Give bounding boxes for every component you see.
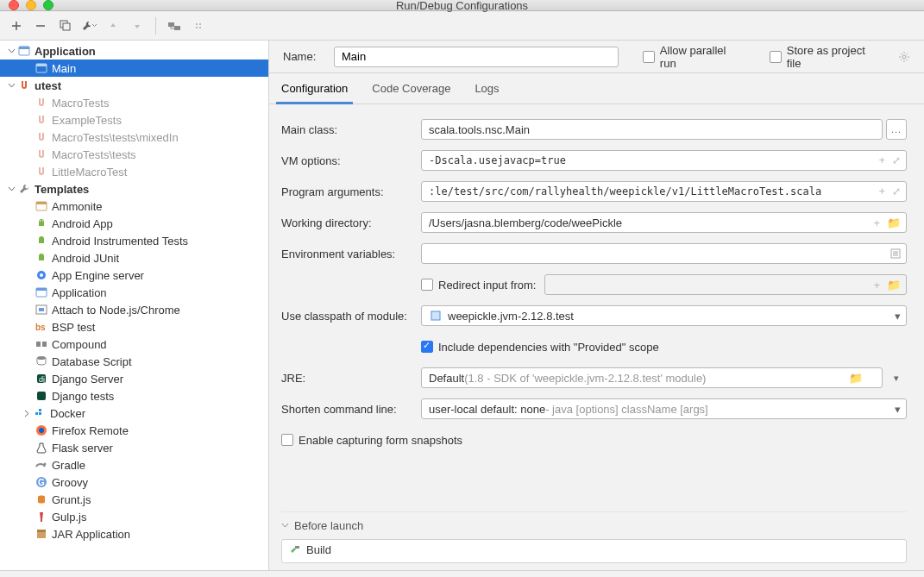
tree-item[interactable]: JAR Application (0, 525, 268, 543)
tab-code-coverage[interactable]: Code Coverage (372, 73, 450, 103)
include-deps-checkbox[interactable]: Include dependencies with "Provided" sco… (421, 341, 659, 354)
folder-icon[interactable]: 📁 (887, 216, 901, 229)
template-icon (35, 251, 48, 265)
add-icon[interactable]: + (879, 154, 885, 166)
before-launch-title: Before launch (294, 519, 363, 532)
tree-item[interactable]: Application (0, 284, 268, 301)
copy-icon[interactable] (57, 18, 72, 34)
down-icon[interactable] (129, 18, 145, 34)
tab-logs[interactable]: Logs (475, 73, 499, 103)
tree-item[interactable]: Grunt.js (0, 491, 268, 508)
tree-item[interactable]: djDjango Server (0, 370, 268, 387)
svg-rect-32 (41, 519, 42, 522)
jre-select[interactable]: Default (1.8 - SDK of 'weepickle.jvm-2.1… (421, 367, 883, 388)
expand-icon[interactable]: ⤢ (892, 185, 901, 198)
add-icon[interactable]: + (873, 216, 880, 229)
svg-point-29 (44, 463, 47, 466)
tree-item[interactable]: GGroovy (0, 474, 268, 491)
remove-icon[interactable] (33, 18, 48, 34)
template-icon (35, 389, 48, 403)
vm-options-input[interactable]: -Dscala.usejavacp=true +⤢ (421, 150, 907, 171)
classpath-select[interactable]: weepickle.jvm-2.12.8.test ▾ (421, 305, 907, 326)
svg-point-20 (37, 356, 46, 360)
tree-item[interactable]: Android Instrumented Tests (0, 232, 268, 249)
env-vars-label: Environment variables: (281, 248, 421, 260)
window-maximize-button[interactable] (43, 0, 53, 10)
template-icon (35, 354, 48, 368)
before-launch-list[interactable]: Build (281, 539, 907, 563)
add-icon[interactable]: + (879, 185, 885, 198)
tree-item[interactable]: Android JUnit (0, 249, 268, 267)
allow-parallel-checkbox[interactable]: Allow parallel run (643, 44, 745, 70)
tree-item-main[interactable]: Main (0, 60, 268, 77)
svg-rect-34 (37, 530, 46, 532)
before-launch-item[interactable]: Build (282, 540, 906, 560)
expand-icon[interactable]: ⤢ (892, 154, 901, 166)
store-project-checkbox[interactable]: Store as project file (770, 44, 883, 70)
svg-rect-26 (39, 409, 41, 411)
tree-item[interactable]: Docker (0, 405, 268, 422)
gear-icon[interactable] (898, 51, 910, 63)
tree-item[interactable]: Android App (0, 215, 268, 232)
tree-item[interactable]: Database Script (0, 353, 268, 370)
tab-configuration[interactable]: Configuration (281, 73, 348, 103)
tree-item[interactable]: Django tests (0, 387, 268, 405)
up-icon[interactable] (105, 18, 121, 34)
application-icon (35, 61, 48, 75)
svg-rect-33 (37, 531, 46, 538)
wrench-icon[interactable] (81, 18, 97, 34)
svg-rect-5 (19, 47, 29, 49)
configurations-tree[interactable]: Application Main utest MacroTestsExample… (0, 41, 269, 570)
tree-group-templates[interactable]: Templates (0, 180, 268, 198)
tree-item[interactable]: Attach to Node.js/Chrome (0, 301, 268, 318)
tree-item[interactable]: Firefox Remote (0, 422, 268, 439)
shorten-select[interactable]: user-local default: none - java [options… (421, 398, 907, 419)
svg-rect-1 (63, 23, 70, 30)
folder-icon[interactable]: 📁 (849, 372, 863, 385)
template-icon: G (35, 475, 48, 489)
dialog-footer: ? Cancel Apply OK (0, 570, 924, 577)
jre-dropdown-button[interactable]: ▾ (886, 367, 907, 388)
utest-icon (17, 78, 31, 92)
tree-item[interactable]: Gradle (0, 456, 268, 474)
tree-item[interactable]: bsBSP test (0, 318, 268, 336)
template-icon (35, 303, 48, 317)
main-class-input[interactable]: scala.tools.nsc.Main (421, 119, 883, 140)
tree-item[interactable]: Compound (0, 336, 268, 353)
chevron-down-icon: ▾ (895, 403, 901, 416)
tree-item[interactable]: MacroTests\tests\mixedIn (0, 129, 268, 146)
list-icon[interactable] (890, 248, 901, 259)
program-args-input[interactable]: :le/test/src/com/rallyhealth/weepickle/v… (421, 181, 907, 202)
tree-item[interactable]: MacroTests\tests (0, 146, 268, 163)
add-icon[interactable] (9, 18, 24, 34)
utest-icon (35, 130, 48, 144)
tree-group-utest[interactable]: utest (0, 77, 268, 94)
svg-text:G: G (38, 478, 45, 487)
tree-item[interactable]: Flask server (0, 439, 268, 456)
window-minimize-button[interactable] (26, 0, 36, 10)
chevron-down-icon[interactable] (281, 522, 289, 530)
module-icon (429, 309, 443, 323)
tree-item[interactable]: LittleMacroTest (0, 163, 268, 180)
working-dir-label: Working directory: (281, 216, 421, 229)
window-title: Run/Debug Configurations (0, 0, 924, 12)
window-close-button[interactable] (9, 0, 19, 10)
env-vars-input[interactable] (421, 243, 907, 264)
tree-item[interactable]: Ammonite (0, 198, 268, 215)
tree-group-application[interactable]: Application (0, 42, 268, 60)
working-dir-input[interactable]: /Users/jasna.blemberg/code/weePickle +📁 (421, 212, 907, 233)
tree-item[interactable]: MacroTests (0, 94, 268, 111)
tree-item[interactable]: Gulp.js (0, 508, 268, 525)
folder-tree-icon[interactable] (167, 18, 182, 34)
redirect-input-checkbox[interactable]: Redirect input from: (421, 279, 536, 292)
browse-main-class-button[interactable]: ... (886, 119, 907, 140)
chevron-right-icon (21, 407, 33, 419)
name-input[interactable] (334, 47, 619, 67)
folder-icon: 📁 (887, 279, 901, 292)
tree-item[interactable]: ExampleTests (0, 111, 268, 129)
capture-snapshots-checkbox[interactable]: Enable capturing form snapshots (281, 434, 462, 447)
svg-rect-24 (35, 412, 38, 415)
template-icon (35, 285, 48, 299)
collapse-icon[interactable] (191, 18, 206, 34)
tree-item[interactable]: App Engine server (0, 267, 268, 284)
